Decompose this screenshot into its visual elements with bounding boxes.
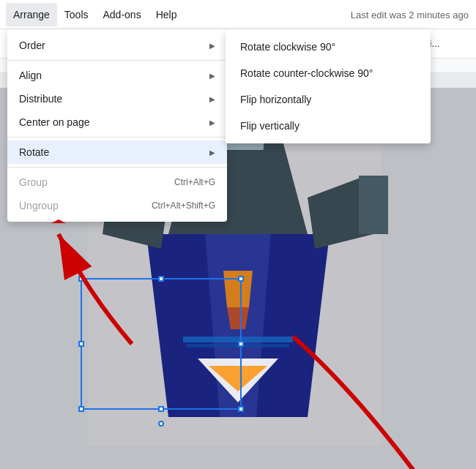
flip-h-label: Flip horizontally: [240, 94, 311, 105]
flip-v-label: Flip vertically: [240, 120, 300, 132]
main-toolbar: Arrange Tools Add-ons Help Last edit was…: [0, 0, 476, 29]
rotate-submenu: Rotate clockwise 90° Rotate counter-cloc…: [226, 29, 431, 143]
dropdown-order[interactable]: Order ▶: [7, 34, 227, 57]
handle-rotate[interactable]: [158, 421, 164, 427]
group-label: Group: [19, 176, 48, 188]
dropdown-align[interactable]: Align ▶: [7, 64, 227, 87]
dropdown-rotate[interactable]: Rotate ▶: [7, 140, 227, 164]
order-arrow-icon: ▶: [209, 42, 215, 50]
align-label: Align: [19, 70, 42, 81]
align-arrow-icon: ▶: [209, 72, 215, 80]
distribute-label: Distribute: [19, 93, 62, 105]
separator-3: [7, 167, 227, 168]
rotate-cw-item[interactable]: Rotate clockwise 90°: [226, 34, 431, 60]
separator-2: [7, 137, 227, 138]
menu-bar: Arrange Tools Add-ons Help: [0, 0, 184, 29]
handle-bottom-middle[interactable]: [158, 406, 164, 412]
menu-addons[interactable]: Add-ons: [96, 3, 149, 26]
handle-bottom-left[interactable]: [78, 406, 84, 412]
order-label: Order: [19, 40, 45, 51]
arrow-down-indicator: [278, 329, 439, 469]
center-on-page-label: Center on page: [19, 116, 90, 128]
svg-rect-10: [359, 176, 388, 234]
handle-middle-right[interactable]: [238, 341, 244, 347]
arrange-dropdown: Order ▶ Align ▶ Distribute ▶ Center on p…: [7, 29, 227, 222]
ungroup-shortcut: Ctrl+Alt+Shift+G: [152, 200, 215, 211]
menu-tools[interactable]: Tools: [57, 3, 96, 26]
svg-marker-15: [51, 220, 66, 223]
distribute-arrow-icon: ▶: [209, 95, 215, 103]
dropdown-distribute[interactable]: Distribute ▶: [7, 87, 227, 110]
last-edit-text: Last edit was 2 minutes ago: [351, 9, 469, 20]
handle-bottom-right[interactable]: [238, 406, 244, 412]
menu-arrange[interactable]: Arrange: [6, 3, 57, 26]
flip-h-item[interactable]: Flip horizontally: [226, 86, 431, 113]
arrow-up-indicator: [44, 220, 161, 351]
dropdown-group[interactable]: Group Ctrl+Alt+G: [7, 170, 227, 194]
rotate-arrow-icon: ▶: [209, 149, 215, 157]
rotate-ccw-label: Rotate counter-clockwise 90°: [240, 67, 373, 79]
separator-1: [7, 60, 227, 61]
ungroup-label: Ungroup: [19, 200, 59, 211]
rotate-cw-label: Rotate clockwise 90°: [240, 41, 335, 53]
dropdown-ungroup[interactable]: Ungroup Ctrl+Alt+Shift+G: [7, 194, 227, 217]
center-arrow-icon: ▶: [209, 119, 215, 127]
dropdown-center-on-page[interactable]: Center on page ▶: [7, 110, 227, 134]
flip-v-item[interactable]: Flip vertically: [226, 113, 431, 139]
handle-top-right[interactable]: [238, 276, 244, 282]
group-shortcut: Ctrl+Alt+G: [174, 177, 215, 187]
rotate-label: Rotate: [19, 146, 49, 158]
rotate-ccw-item[interactable]: Rotate counter-clockwise 90°: [226, 60, 431, 86]
menu-help[interactable]: Help: [149, 3, 185, 26]
